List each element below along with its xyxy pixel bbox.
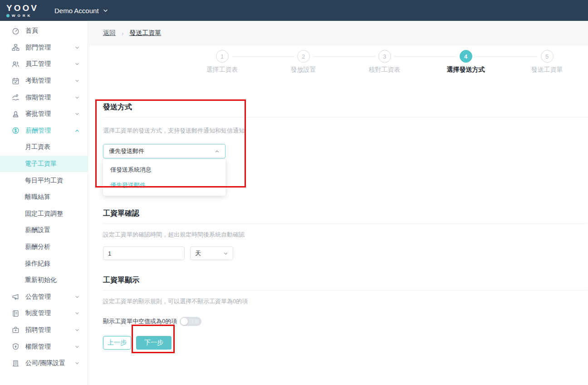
section-title-payslip-confirmation: 工資單確認 <box>103 209 588 217</box>
sidebar-item-announcements[interactable]: 公告管理 <box>0 289 88 306</box>
divider <box>103 290 587 291</box>
sidebar-item-recruitment[interactable]: 招聘管理 <box>0 322 88 339</box>
yoov-work-logo[interactable]: YOOV WORK <box>6 4 44 18</box>
section-title-send-method: 發送方式 <box>103 103 588 111</box>
chevron-down-icon <box>75 112 79 116</box>
top-bar: YOOV WORK Demo Account <box>0 0 588 21</box>
send-payslip-page: 1 選擇工資表 2 發放設置 3 核對工資表 4 選擇發送方式 <box>88 45 588 385</box>
chevron-down-icon <box>75 62 79 66</box>
breadcrumb-separator: › <box>122 30 123 37</box>
chevron-down-icon <box>75 328 79 332</box>
sidebar-subitem-fixed-wage-adjustment[interactable]: 固定工資調整 <box>0 206 88 222</box>
sidebar-subitem-operation-log[interactable]: 操作紀錄 <box>0 255 88 272</box>
sidebar-subitem-resignation-settlement[interactable]: 離職結算 <box>0 189 88 206</box>
dropdown-option-email-first[interactable]: 優先發送郵件 <box>103 178 225 193</box>
sidebar-item-approvals[interactable]: 審批管理 <box>0 106 88 123</box>
logo-dot-icon <box>6 14 10 17</box>
chevron-down-icon <box>75 79 79 83</box>
sidebar-item-policies[interactable]: 制度管理 <box>0 305 88 322</box>
divider <box>103 223 587 224</box>
toggle-state-text: 隱藏 <box>189 319 199 324</box>
logo-text-yoov: YOOV <box>6 4 44 12</box>
chevron-up-icon <box>75 128 79 133</box>
account-dropdown[interactable]: Demo Account <box>54 7 108 15</box>
salary-icon <box>12 127 20 134</box>
chevron-down-icon <box>223 251 228 256</box>
send-method-select[interactable]: 優先發送郵件 <box>103 144 225 158</box>
show-empty-items-toggle[interactable]: 隱藏 <box>180 317 201 326</box>
confirmation-duration-input[interactable] <box>103 247 185 260</box>
toggle-knob <box>181 318 188 325</box>
sidebar-subitem-payroll-settings[interactable]: 薪酬設置 <box>0 222 88 239</box>
org-chart-icon <box>12 44 20 51</box>
stepper: 1 選擇工資表 2 發放設置 3 核對工資表 4 選擇發送方式 <box>181 50 588 74</box>
briefcase-icon <box>12 326 20 334</box>
chevron-down-icon <box>75 311 79 316</box>
people-icon <box>12 60 20 68</box>
previous-step-button[interactable]: 上一步 <box>103 336 131 350</box>
calendar-icon <box>12 77 20 85</box>
sidebar-item-company-settings[interactable]: 公司/團隊設置 <box>0 355 88 372</box>
breadcrumb: 返回 › 發送工資單 <box>88 21 588 45</box>
chevron-down-icon <box>103 8 108 13</box>
account-label: Demo Account <box>54 7 99 15</box>
payslip-display-description: 設定工資單的顯示規則，可以選擇不顯示工資單為0的項 <box>103 298 588 305</box>
payslip-confirmation-description: 設定工資單的確認時間，超出規定時間後系統自動確認 <box>103 231 588 238</box>
step-circle: 3 <box>378 50 391 63</box>
logo-text-work: WORK <box>12 14 32 18</box>
step-select-payroll: 1 選擇工資表 <box>181 50 263 74</box>
sidebar-item-attendance[interactable]: 考勤管理 <box>0 73 88 89</box>
step-circle: 2 <box>297 50 310 63</box>
send-method-description: 選擇工資單的發送方式，支持發送郵件通知和短信通知 <box>103 127 588 134</box>
main-area: 返回 › 發送工資單 1 選擇工資表 2 發放設置 3 <box>88 21 588 385</box>
vacation-icon <box>12 94 20 101</box>
toggle-label: 顯示工資單中空值或為0的項 <box>103 317 177 326</box>
section-title-payslip-display: 工資單顯示 <box>103 276 588 284</box>
sidebar: 首頁 部門管理 員工管理 <box>0 21 88 385</box>
chevron-down-icon <box>75 95 79 100</box>
step-circle: 5 <box>541 50 554 63</box>
sidebar-subitem-epayslip[interactable]: 電子工資單 <box>0 156 88 173</box>
step-send-payslip: 5 發送工資單 <box>506 50 588 74</box>
sidebar-subitem-reinitialize[interactable]: 重新初始化 <box>0 272 88 289</box>
sidebar-subitem-daily-average-wage[interactable]: 每日平均工資 <box>0 172 88 189</box>
home-icon <box>12 27 20 35</box>
send-method-dropdown-menu: 僅發送系統消息 優先發送郵件 <box>103 159 225 196</box>
app-window: YOOV WORK Demo Account 首頁 <box>0 0 588 385</box>
sidebar-item-permissions[interactable]: 權限管理 <box>0 338 88 355</box>
sidebar-subitem-payroll-analysis[interactable]: 薪酬分析 <box>0 239 88 256</box>
divider <box>103 117 587 118</box>
shield-icon <box>12 343 20 350</box>
step-verify-payroll: 3 核對工資表 <box>344 50 425 74</box>
step-circle: 1 <box>216 50 229 63</box>
step-distribution-settings: 2 發放設置 <box>263 50 344 74</box>
stamp-icon <box>12 110 20 118</box>
sidebar-item-leave[interactable]: 假期管理 <box>0 89 88 106</box>
step-choose-send-method: 4 選擇發送方式 <box>425 50 506 74</box>
chevron-down-icon <box>75 45 79 50</box>
chevron-up-icon <box>215 149 220 154</box>
sidebar-item-departments[interactable]: 部門管理 <box>0 39 88 56</box>
policy-book-icon <box>12 310 20 317</box>
sidebar-item-payroll[interactable]: 薪酬管理 <box>0 123 88 139</box>
megaphone-icon <box>12 293 20 301</box>
sidebar-item-home[interactable]: 首頁 <box>0 23 88 39</box>
chevron-down-icon <box>75 345 79 349</box>
breadcrumb-current: 發送工資單 <box>129 29 161 37</box>
dropdown-option-system-message[interactable]: 僅發送系統消息 <box>103 162 225 178</box>
duration-unit-select[interactable]: 天 <box>190 247 233 260</box>
chevron-down-icon <box>75 361 79 365</box>
step-circle-active: 4 <box>460 50 472 63</box>
breadcrumb-back-link[interactable]: 返回 <box>103 29 116 37</box>
sidebar-item-employees[interactable]: 員工管理 <box>0 56 88 73</box>
building-icon <box>12 360 20 367</box>
sidebar-subitem-monthly-payroll[interactable]: 月工資表 <box>0 139 88 156</box>
next-step-button[interactable]: 下一步 <box>136 336 172 350</box>
chevron-down-icon <box>75 295 79 299</box>
